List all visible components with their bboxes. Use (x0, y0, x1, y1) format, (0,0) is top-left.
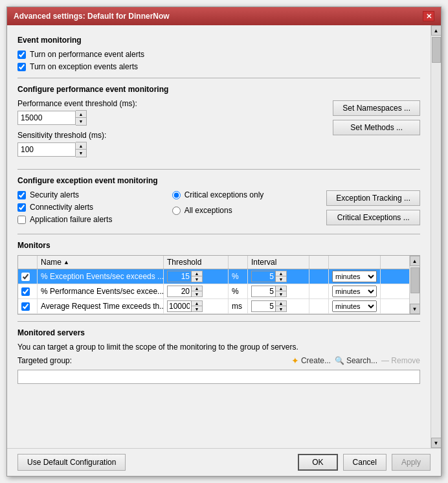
all-exceptions-radio[interactable] (172, 207, 181, 215)
row2-threshold-input[interactable] (167, 286, 192, 297)
use-default-button[interactable]: Use Default Configuration (17, 454, 126, 471)
title-bar: Advanced settings: Default for DinnerNow… (7, 7, 441, 25)
row3-interval-down[interactable]: ▼ (276, 306, 286, 311)
perf-alert-row: Turn on performance event alerts (17, 50, 420, 59)
row1-interval-type-cell: minutes (329, 269, 381, 284)
row3-interval-select[interactable]: minutes (332, 300, 377, 312)
perf-left: Performance event threshold (ms): 15000 … (17, 99, 326, 163)
exception-right: Exception Tracking ... Critical Exceptio… (326, 190, 420, 225)
row1-threshold-spinner-btns: ▲ ▼ (192, 271, 203, 282)
row2-interval-select[interactable]: minutes (332, 286, 377, 297)
sensitivity-input[interactable]: 100 (17, 142, 76, 157)
threshold-up-btn[interactable]: ▲ (76, 111, 86, 118)
row2-interval-down[interactable]: ▼ (276, 291, 286, 297)
sensitivity-up-btn[interactable]: ▲ (76, 142, 86, 150)
row1-interval-down[interactable]: ▼ (276, 276, 286, 282)
sensitivity-down-btn[interactable]: ▼ (76, 150, 86, 157)
row1-thresh-down[interactable]: ▼ (192, 276, 202, 282)
table-row[interactable]: % Performance Events/sec excee... ▲ ▼ (18, 284, 409, 299)
row2-checkbox[interactable] (21, 287, 30, 296)
col-name-header: Name ▲ (38, 256, 164, 269)
table-row[interactable]: Average Request Time exceeds th... ▲ ▼ (18, 299, 409, 314)
row3-name-cell: Average Request Time exceeds th... (38, 299, 164, 313)
main-scroll-up-btn[interactable]: ▲ (431, 25, 442, 36)
row1-thresh-up[interactable]: ▲ (192, 271, 202, 276)
threshold-down-btn[interactable]: ▼ (76, 118, 86, 125)
main-scrollbar-thumb[interactable] (432, 37, 441, 63)
row2-check-cell (18, 284, 38, 298)
row1-name-cell: % Exception Events/sec exceeds ... (38, 269, 164, 284)
row2-threshold-spinner: ▲ ▼ (167, 286, 203, 297)
perf-right: Set Namespaces ... Set Methods ... (333, 100, 420, 135)
security-alert-row: Security alerts (17, 190, 166, 199)
row1-interval-spinner: ▲ ▼ (251, 271, 287, 282)
app-failure-row: Application failure alerts (17, 215, 166, 224)
table-scroll-up-btn[interactable]: ▲ (410, 256, 420, 266)
exception-alert-label: Turn on exception events alerts (30, 62, 138, 71)
row3-interval-type-cell: minutes (329, 299, 381, 313)
table-scroll-down-btn[interactable]: ▼ (410, 304, 420, 314)
threshold-input[interactable]: 15000 (17, 111, 76, 125)
row1-threshold-input[interactable] (167, 271, 192, 282)
perf-alert-checkbox[interactable] (17, 51, 26, 59)
monitored-servers-section: Monitored servers You can target a group… (17, 328, 420, 384)
row2-thresh-up[interactable]: ▲ (192, 286, 202, 291)
row3-checkbox[interactable] (21, 302, 30, 311)
row3-thresh-down[interactable]: ▼ (192, 306, 202, 311)
critical-exceptions-button[interactable]: Critical Exceptions ... (326, 210, 420, 225)
row1-interval-cell: ▲ ▼ (248, 269, 309, 284)
set-namespaces-button[interactable]: Set Namespaces ... (333, 100, 420, 116)
cancel-button[interactable]: Cancel (343, 454, 386, 471)
exception-monitoring-title: Configure exception event monitoring (17, 176, 420, 185)
table-scrollbar[interactable]: ▲ ▼ (409, 256, 420, 314)
row1-interval-up[interactable]: ▲ (276, 271, 286, 276)
close-button[interactable]: ✕ (423, 11, 434, 21)
threshold-label: Performance event threshold (ms): (17, 99, 326, 108)
exception-alert-row: Turn on exception events alerts (17, 62, 420, 71)
app-failure-checkbox[interactable] (17, 216, 26, 224)
monitored-servers-desc: You can target a group to limit the scop… (17, 343, 420, 352)
row2-interval-cell: ▲ ▼ (248, 284, 309, 298)
row1-interval-select[interactable]: minutes (332, 271, 377, 282)
security-alert-checkbox[interactable] (17, 191, 26, 199)
row3-interval-unit-cell (309, 299, 329, 313)
row2-thresh-down[interactable]: ▼ (192, 291, 202, 297)
row3-interval-spinner-btns: ▲ ▼ (276, 300, 287, 312)
row3-thresh-up[interactable]: ▲ (192, 301, 202, 306)
exception-middle: Critical exceptions only All exceptions (172, 190, 320, 218)
create-action[interactable]: ✦ Create... (291, 355, 331, 366)
critical-only-radio[interactable] (172, 191, 181, 199)
exception-tracking-button[interactable]: Exception Tracking ... (326, 190, 420, 206)
table-row[interactable]: % Exception Events/sec exceeds ... ▲ ▼ (18, 269, 409, 284)
exception-left: Security alerts Connectivity alerts Appl… (17, 190, 166, 227)
row2-interval-spinner-btns: ▲ ▼ (276, 286, 287, 297)
row1-interval-input[interactable] (251, 271, 276, 282)
monitors-table-header: Name ▲ Threshold Interval (18, 256, 409, 269)
ok-button[interactable]: OK (298, 454, 337, 471)
exception-section: Security alerts Connectivity alerts Appl… (17, 190, 420, 227)
row1-checkbox[interactable] (21, 273, 30, 281)
main-scrollbar[interactable]: ▲ ▼ (431, 25, 441, 448)
search-action[interactable]: 🔍 Search... (335, 356, 377, 365)
row3-interval-input[interactable] (251, 300, 276, 312)
remove-action[interactable]: — Remove (381, 356, 420, 365)
row3-interval-up[interactable]: ▲ (276, 301, 286, 306)
targeted-group-input[interactable] (17, 370, 420, 384)
row3-threshold-input[interactable] (167, 300, 192, 312)
row3-threshold-spinner-btns: ▲ ▼ (192, 300, 203, 312)
table-scrollbar-thumb[interactable] (410, 267, 420, 293)
row2-interval-up[interactable]: ▲ (276, 286, 286, 291)
connectivity-alert-checkbox[interactable] (17, 203, 26, 212)
apply-button[interactable]: Apply (392, 454, 431, 471)
monitored-servers-title: Monitored servers (17, 328, 420, 337)
exception-alert-checkbox[interactable] (17, 63, 26, 71)
row1-threshold-spinner: ▲ ▼ (167, 271, 203, 282)
targeted-group-label: Targeted group: (17, 356, 72, 365)
targeted-group-actions: ✦ Create... 🔍 Search... — Remove (291, 355, 420, 366)
set-methods-button[interactable]: Set Methods ... (333, 120, 420, 135)
col-threshold-header: Threshold (164, 256, 229, 269)
main-scroll-down-btn[interactable]: ▼ (431, 438, 442, 448)
critical-only-row: Critical exceptions only (172, 190, 320, 199)
create-icon: ✦ (291, 355, 299, 366)
row2-interval-input[interactable] (251, 286, 276, 297)
